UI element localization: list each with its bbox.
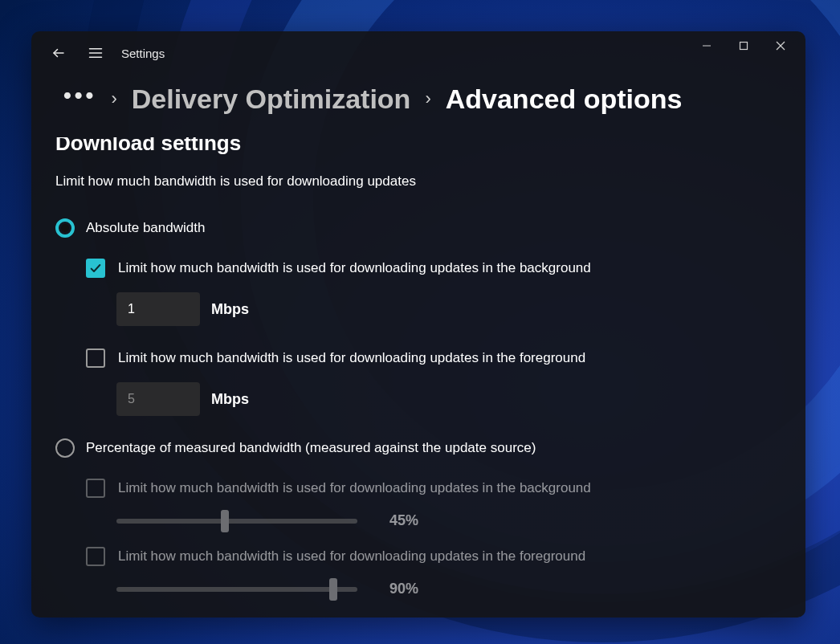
checkbox-icon xyxy=(86,348,105,368)
fg-mbps-input[interactable] xyxy=(116,382,200,416)
breadcrumb-overflow-button[interactable]: ••• xyxy=(63,83,96,115)
arrow-left-icon xyxy=(51,46,66,60)
close-button[interactable] xyxy=(762,33,799,59)
radio-icon xyxy=(55,438,75,458)
radio-absolute-bandwidth[interactable]: Absolute bandwidth xyxy=(55,218,781,238)
slider-thumb xyxy=(329,578,337,601)
titlebar: Settings xyxy=(31,31,805,75)
desktop-wallpaper: Settings ••• › Delivery Optimization › A… xyxy=(0,0,840,644)
slider-thumb xyxy=(221,510,229,532)
maximize-icon xyxy=(739,41,748,51)
breadcrumb: ••• › Delivery Optimization › Advanced o… xyxy=(31,75,805,120)
checkbox-label: Limit how much bandwidth is used for dow… xyxy=(118,548,585,565)
checkbox-limit-bg-percent[interactable]: Limit how much bandwidth is used for dow… xyxy=(86,479,781,498)
close-icon xyxy=(776,41,785,51)
checkbox-icon xyxy=(86,547,105,566)
checkbox-label: Limit how much bandwidth is used for dow… xyxy=(118,480,591,496)
checkbox-label: Limit how much bandwidth is used for dow… xyxy=(118,350,585,366)
breadcrumb-current: Advanced options xyxy=(446,84,683,115)
checkbox-limit-fg-absolute[interactable]: Limit how much bandwidth is used for dow… xyxy=(86,348,781,368)
content-area: Download settings Limit how much bandwid… xyxy=(31,137,805,618)
hamburger-icon xyxy=(88,47,103,59)
checkbox-limit-bg-absolute[interactable]: Limit how much bandwidth is used for dow… xyxy=(86,259,781,278)
breadcrumb-parent[interactable]: Delivery Optimization xyxy=(132,84,411,115)
chevron-right-icon: › xyxy=(111,88,116,109)
fg-percent-slider[interactable] xyxy=(116,587,357,592)
app-title: Settings xyxy=(121,47,165,60)
check-icon xyxy=(89,262,102,275)
minimize-button[interactable] xyxy=(688,33,725,59)
maximize-button[interactable] xyxy=(725,33,762,59)
minimize-icon xyxy=(702,41,712,51)
bg-percent-value: 45% xyxy=(380,512,428,529)
hamburger-menu-button[interactable] xyxy=(84,42,107,64)
radio-label: Absolute bandwidth xyxy=(86,220,205,236)
checkbox-limit-fg-percent[interactable]: Limit how much bandwidth is used for dow… xyxy=(86,547,781,566)
checkbox-icon xyxy=(86,259,105,278)
unit-label: Mbps xyxy=(211,391,249,408)
fg-percent-value: 90% xyxy=(380,581,428,597)
radio-label: Percentage of measured bandwidth (measur… xyxy=(86,440,536,456)
svg-rect-5 xyxy=(740,43,748,50)
checkbox-icon xyxy=(86,479,105,498)
bg-mbps-input[interactable] xyxy=(116,292,200,326)
section-title: Download settings xyxy=(55,137,781,156)
bg-percent-slider[interactable] xyxy=(116,519,357,524)
radio-icon xyxy=(55,218,75,238)
section-description: Limit how much bandwidth is used for dow… xyxy=(55,173,781,190)
chevron-right-icon: › xyxy=(425,88,430,109)
unit-label: Mbps xyxy=(211,301,249,318)
back-button[interactable] xyxy=(47,42,70,64)
settings-window: Settings ••• › Delivery Optimization › A… xyxy=(31,31,805,618)
checkbox-label: Limit how much bandwidth is used for dow… xyxy=(118,260,591,276)
radio-percentage-bandwidth[interactable]: Percentage of measured bandwidth (measur… xyxy=(55,438,781,458)
